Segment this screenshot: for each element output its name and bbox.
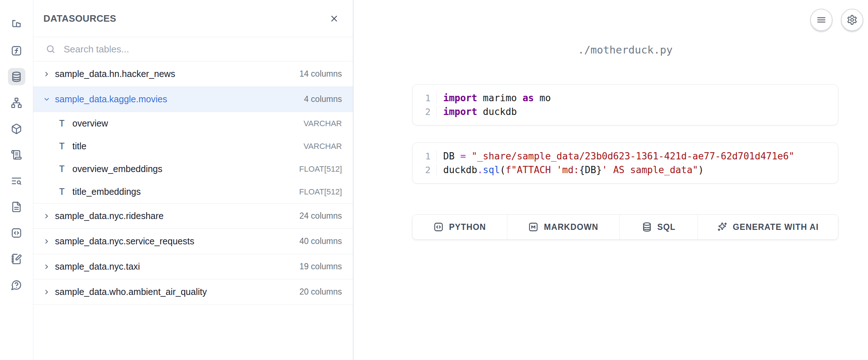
code-text: DB = "_share/sample_data/23b0d623-1361-4… <box>436 151 838 162</box>
code-square-icon <box>433 222 444 232</box>
imports-cell[interactable]: 1import marimo as mo2import duckdb <box>412 84 838 125</box>
notebook-area: ./motherduck.py 1import marimo as mo2imp… <box>353 0 868 360</box>
type-text-icon: T <box>57 187 67 197</box>
add-cell-button-python[interactable]: PYTHON <box>412 215 507 239</box>
table-name: sample_data.nyc.rideshare <box>55 211 295 221</box>
table-name: sample_data.nyc.service_requests <box>55 236 295 247</box>
folder-tree-icon <box>11 19 22 30</box>
code-token: duckdb <box>443 164 477 175</box>
table-list: sample_data.hn.hacker_news14 columnssamp… <box>33 61 353 360</box>
text-search-icon <box>11 175 22 187</box>
chevron-right-icon <box>43 70 51 78</box>
sidebar-item-file-explorer[interactable] <box>8 16 25 33</box>
menu-button[interactable] <box>810 9 833 31</box>
search-tables-input[interactable] <box>64 44 343 55</box>
column-list: ToverviewVARCHARTtitleVARCHARToverview_e… <box>33 112 353 203</box>
type-text-icon: T <box>57 164 67 174</box>
line-number: 1 <box>412 93 436 103</box>
column-row[interactable]: TtitleVARCHAR <box>33 135 353 158</box>
box-icon <box>11 123 22 134</box>
type-text-icon: T <box>57 118 67 129</box>
table-row[interactable]: sample_data.nyc.taxi19 columns <box>33 254 353 279</box>
code-token: {DB} <box>579 164 602 175</box>
table-column-count: 14 columns <box>299 69 342 79</box>
column-row[interactable]: Toverview_embeddingsFLOAT[512] <box>33 158 353 180</box>
chevron-right-wrap <box>43 212 51 220</box>
chevron-down-icon <box>43 95 51 103</box>
chevron-right-wrap <box>43 237 51 245</box>
table-row[interactable]: sample_data.nyc.rideshare24 columns <box>33 203 353 229</box>
column-name: title <box>72 141 298 151</box>
close-icon <box>329 14 339 23</box>
panel-title: DATASOURCES <box>43 13 116 24</box>
code-line: 1DB = "_share/sample_data/23b0d623-1361-… <box>412 149 838 163</box>
sidebar-item-documentation[interactable] <box>8 198 25 215</box>
sidebar-item-help[interactable] <box>8 276 25 293</box>
code-text: import marimo as mo <box>436 93 838 103</box>
file-text-icon <box>11 201 22 213</box>
close-panel-button[interactable] <box>326 10 342 26</box>
add-cell-button-generate-with-ai[interactable]: GENERATE WITH AI <box>698 215 838 239</box>
column-type: FLOAT[512] <box>299 187 342 197</box>
chevron-right-wrap <box>43 263 51 271</box>
database-icon <box>11 71 22 82</box>
table-column-count: 24 columns <box>299 211 342 221</box>
network-icon <box>11 97 22 108</box>
sidebar-item-datasources[interactable] <box>8 68 25 85</box>
sidebar-item-logs[interactable] <box>8 146 25 163</box>
add-cell-button-label: SQL <box>657 222 676 232</box>
table-name: sample_data.kaggle.movies <box>55 94 300 104</box>
settings-button[interactable] <box>841 9 863 31</box>
code-token: ) <box>698 164 704 175</box>
sparkles-icon <box>717 222 727 232</box>
code-token: import <box>443 93 477 103</box>
add-cell-bar: PYTHONMARKDOWNSQLGENERATE WITH AI <box>412 214 838 240</box>
sidebar-item-packages[interactable] <box>8 120 25 137</box>
code-token: f"ATTACH 'md: <box>505 164 579 175</box>
table-name: sample_data.nyc.taxi <box>55 261 295 272</box>
add-cell-button-markdown[interactable]: MARKDOWN <box>507 215 619 239</box>
add-cell-button-label: PYTHON <box>449 222 486 232</box>
code-token: marimo <box>477 93 522 103</box>
table-row[interactable]: sample_data.kaggle.movies4 columns <box>33 87 353 112</box>
column-row[interactable]: Ttitle_embeddingsFLOAT[512] <box>33 180 353 203</box>
column-type: FLOAT[512] <box>299 164 342 174</box>
code-token: import <box>443 106 477 117</box>
add-cell-button-label: GENERATE WITH AI <box>733 222 818 232</box>
code-token: = <box>460 151 466 162</box>
sidebar-item-dependency-graph[interactable] <box>8 94 25 111</box>
column-type: VARCHAR <box>304 142 342 151</box>
hamburger-menu-icon <box>816 14 827 25</box>
code-token: as <box>522 93 534 103</box>
table-row[interactable]: sample_data.who.ambient_air_quality20 co… <box>33 279 353 305</box>
chevron-right-icon <box>43 288 51 296</box>
sidebar-item-snippets[interactable] <box>8 224 25 241</box>
line-number: 2 <box>412 165 436 175</box>
chevron-right-icon <box>43 237 51 245</box>
datasources-panel-header: DATASOURCES <box>33 0 353 37</box>
search-bar <box>33 37 353 61</box>
sidebar-item-search-logs[interactable] <box>8 172 25 189</box>
column-type: VARCHAR <box>304 119 342 128</box>
table-column-count: 4 columns <box>304 94 342 104</box>
scroll-icon <box>11 149 22 160</box>
code-square-icon <box>11 227 22 239</box>
sidebar-item-scratchpad[interactable] <box>8 250 25 267</box>
column-name: overview_embeddings <box>72 164 293 174</box>
code-text: duckdb.sql(f"ATTACH 'md:{DB}' AS sample_… <box>436 164 838 175</box>
code-line: 2duckdb.sql(f"ATTACH 'md:{DB}' AS sample… <box>412 163 838 177</box>
column-row[interactable]: ToverviewVARCHAR <box>33 112 353 135</box>
chevron-down-wrap <box>43 95 51 103</box>
table-row[interactable]: sample_data.hn.hacker_news14 columns <box>33 61 353 87</box>
code-token: "_share/sample_data/23b0d623-1361-421d-a… <box>471 151 794 162</box>
add-cell-button-sql[interactable]: SQL <box>620 215 698 239</box>
search-icon <box>46 44 56 54</box>
table-name: sample_data.hn.hacker_news <box>55 69 295 79</box>
notebook-pen-icon <box>11 253 22 265</box>
code-line: 2import duckdb <box>412 105 838 119</box>
table-row[interactable]: sample_data.nyc.service_requests40 colum… <box>33 229 353 254</box>
sidebar-item-functions[interactable] <box>8 42 25 59</box>
chat-question-icon <box>11 279 22 291</box>
attach-db-cell[interactable]: 1DB = "_share/sample_data/23b0d623-1361-… <box>412 142 838 184</box>
notebook-filename: ./motherduck.py <box>412 43 838 57</box>
